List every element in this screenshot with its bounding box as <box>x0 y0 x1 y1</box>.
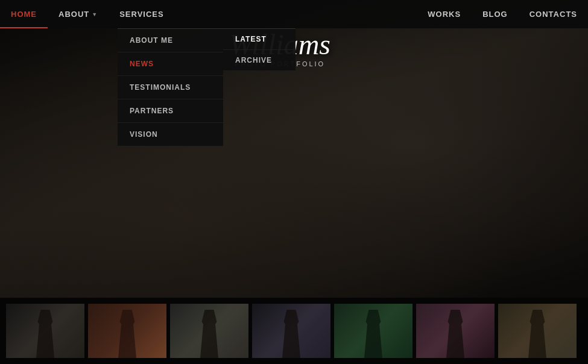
person-silhouette-6 <box>440 310 470 358</box>
person-silhouette-7 <box>522 310 552 358</box>
nav-label-contacts: CONTACTS <box>530 10 577 19</box>
blog-submenu-label-latest: LATEST <box>235 35 267 43</box>
person-silhouette-1 <box>30 310 60 358</box>
thumbnail-2[interactable] <box>88 304 166 358</box>
thumbnail-1[interactable] <box>6 304 84 358</box>
person-silhouette-4 <box>276 310 306 358</box>
nav-right: WORKS BLOG CONTACTS <box>417 0 588 28</box>
nav-item-blog[interactable]: BLOG <box>472 0 519 28</box>
main-navigation: HOME ABOUT ▼ SERVICES WORKS BLOG CONTACT… <box>0 0 588 28</box>
blog-submenu-item-archive[interactable]: ARCHIVE <box>223 50 296 71</box>
dropdown-item-about-me[interactable]: ABOUT ME <box>118 29 223 52</box>
person-silhouette-5 <box>358 310 388 358</box>
blog-submenu-item-latest[interactable]: LATEST <box>223 29 296 50</box>
nav-item-contacts[interactable]: CONTACTS <box>519 0 588 28</box>
nav-label-about: ABOUT <box>58 10 89 19</box>
nav-left: HOME ABOUT ▼ SERVICES <box>0 0 175 28</box>
dropdown-item-news[interactable]: NEWS <box>118 52 223 76</box>
dropdown-label-about-me: ABOUT ME <box>130 36 173 45</box>
dropdown-label-news: NEWS <box>130 60 154 68</box>
thumbnail-6[interactable] <box>416 304 495 358</box>
chevron-down-icon: ▼ <box>92 11 98 17</box>
nav-label-home: HOME <box>11 10 37 19</box>
dropdown-item-vision[interactable]: VISION <box>118 123 223 146</box>
person-silhouette-3 <box>194 310 224 358</box>
thumbnail-strip <box>0 298 588 364</box>
dropdown-label-vision: VISION <box>130 130 158 139</box>
dropdown-item-partners[interactable]: PARTNERS <box>118 99 223 123</box>
nav-label-services: SERVICES <box>119 10 164 19</box>
thumbnail-4[interactable] <box>252 304 330 358</box>
dropdown-label-testimonials: TESTIMONIALS <box>130 83 191 92</box>
nav-label-works: WORKS <box>428 10 461 19</box>
thumbnail-7[interactable] <box>498 304 577 358</box>
nav-item-services[interactable]: SERVICES <box>109 0 175 28</box>
nav-item-works[interactable]: WORKS <box>417 0 472 28</box>
blog-submenu: LATEST ARCHIVE <box>223 28 296 71</box>
thumbnail-3[interactable] <box>170 304 248 358</box>
nav-item-home[interactable]: HOME <box>0 0 48 28</box>
person-silhouette-2 <box>112 310 142 358</box>
about-dropdown: ABOUT ME NEWS TESTIMONIALS PARTNERS VISI… <box>118 28 223 146</box>
blog-submenu-label-archive: ARCHIVE <box>235 56 272 64</box>
nav-item-about[interactable]: ABOUT ▼ <box>48 0 109 28</box>
thumbnail-5[interactable] <box>334 304 413 358</box>
nav-label-blog: BLOG <box>482 10 508 19</box>
dropdown-item-testimonials[interactable]: TESTIMONIALS <box>118 76 223 99</box>
dropdown-label-partners: PARTNERS <box>130 107 174 115</box>
